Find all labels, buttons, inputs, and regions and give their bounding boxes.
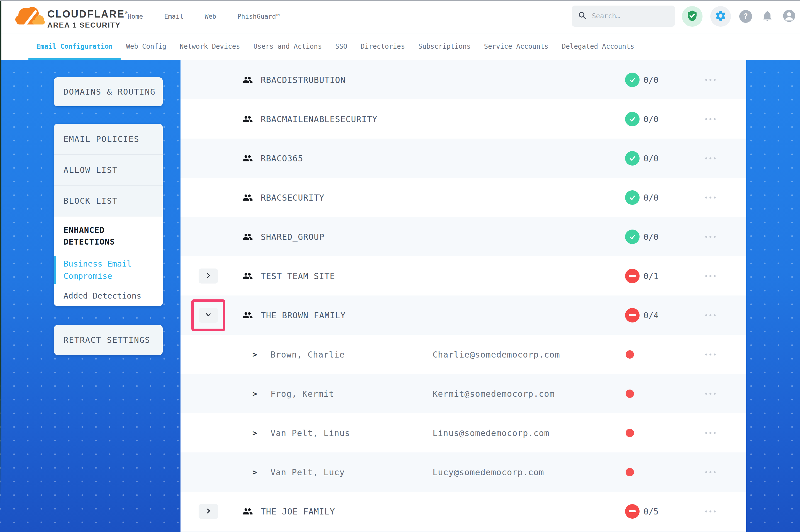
tab-directories[interactable]: Directories <box>361 33 405 60</box>
group-row: RBACSECURITY0/0 <box>181 178 746 217</box>
expand-group-button[interactable] <box>199 504 218 519</box>
row-menu-button[interactable] <box>704 390 717 397</box>
member-chevron-marker: > <box>252 468 257 477</box>
status-badge-pass <box>625 190 639 205</box>
member-email: Kermit@somedemocorp.com <box>433 389 554 398</box>
window-left-edge <box>0 0 1 532</box>
member-count: 0/0 <box>643 114 658 124</box>
group-people-icon <box>242 75 253 85</box>
member-status-dot <box>625 468 634 476</box>
status-badge-pass <box>625 151 639 166</box>
row-menu-button[interactable] <box>704 311 717 319</box>
group-people-icon <box>242 114 253 125</box>
tab-email-configuration[interactable]: Email Configuration <box>36 33 113 60</box>
tab-delegated-accounts[interactable]: Delegated Accounts <box>562 33 634 60</box>
member-status-dot <box>625 429 634 437</box>
row-menu-button[interactable] <box>704 272 717 280</box>
member-status-dot <box>625 350 634 359</box>
nav-item-home[interactable]: Home <box>128 13 143 20</box>
sidebar-item-block-list[interactable]: BLOCK LIST <box>54 186 163 216</box>
row-menu-button[interactable] <box>704 233 717 241</box>
sidebar-item-email-policies[interactable]: EMAIL POLICIES <box>54 124 163 155</box>
nav-item-web[interactable]: Web <box>205 13 216 20</box>
shield-check-icon <box>686 10 698 23</box>
help-button[interactable]: ? <box>739 6 753 27</box>
member-email: Lucy@somedemocorp.com <box>433 467 544 477</box>
nav-item-phishguard[interactable]: PhishGuard™ <box>237 13 280 20</box>
search-input[interactable] <box>592 12 673 20</box>
group-people-icon <box>242 153 253 164</box>
member-name: Van Pelt, Linus <box>271 428 350 438</box>
nav-item-email[interactable]: Email <box>164 13 183 20</box>
sidebar-domains-label: DOMAINS & ROUTING <box>54 87 156 97</box>
annotation-highlight-box <box>192 299 225 331</box>
notifications-button[interactable] <box>761 6 775 27</box>
top-navigation: HomeEmailWebPhishGuard™ <box>128 0 280 33</box>
member-email: Linus@somedemocorp.com <box>433 428 549 438</box>
bec-label: Business Email Compromise <box>63 258 138 282</box>
member-chevron-marker: > <box>252 389 257 398</box>
group-row: RBACDISTRUBUTION0/0 <box>181 60 746 99</box>
group-people-icon <box>242 271 253 281</box>
row-menu-button[interactable] <box>704 154 717 162</box>
member-chevron-marker: > <box>252 350 257 359</box>
tab-subscriptions[interactable]: Subscriptions <box>418 33 471 60</box>
row-menu-button[interactable] <box>704 429 717 437</box>
row-menu-button[interactable] <box>704 194 717 201</box>
row-menu-button[interactable] <box>704 468 717 476</box>
group-name: THE BROWN FAMILY <box>261 310 346 320</box>
settings-button[interactable] <box>710 6 731 27</box>
search-icon <box>578 11 587 21</box>
tab-sso[interactable]: SSO <box>335 33 347 60</box>
tab-users-and-actions[interactable]: Users and Actions <box>254 33 322 60</box>
chevron-right-icon <box>205 508 212 515</box>
group-name: RBACO365 <box>261 153 303 163</box>
sidebar-item-added-detections[interactable]: Added Detections <box>63 291 154 301</box>
brand-text: CLOUDFLARE® AREA 1 SECURITY <box>47 7 128 30</box>
row-menu-button[interactable] <box>704 508 717 515</box>
member-count: 0/0 <box>643 192 658 202</box>
account-button[interactable] <box>782 6 796 27</box>
sidebar-item-retract-settings[interactable]: RETRACT SETTINGS <box>54 325 163 355</box>
search-box[interactable] <box>572 5 675 27</box>
member-count: 0/5 <box>643 507 658 516</box>
sidebar-item-business-email-compromise[interactable]: Business Email Compromise <box>54 256 154 284</box>
member-row: >Brown, CharlieCharlie@somedemocorp.com <box>181 335 746 374</box>
group-name: TEST TEAM SITE <box>261 271 335 281</box>
row-menu-button[interactable] <box>704 350 717 358</box>
member-count: 0/4 <box>643 310 658 320</box>
member-count: 0/0 <box>643 75 658 84</box>
status-badge-pass <box>625 230 639 244</box>
expand-group-button[interactable] <box>199 268 218 284</box>
top-header: CLOUDFLARE® AREA 1 SECURITY HomeEmailWeb… <box>0 0 800 33</box>
group-row: RBACMAILENABLESECURITY0/0 <box>181 99 746 138</box>
member-count: 0/1 <box>643 271 658 281</box>
tab-network-devices[interactable]: Network Devices <box>180 33 240 60</box>
group-row: SHARED_GROUP0/0 <box>181 217 746 256</box>
email-policies-label: EMAIL POLICIES <box>54 134 139 144</box>
security-shield-button[interactable] <box>682 6 703 27</box>
row-menu-button[interactable] <box>704 115 717 123</box>
expander-area <box>199 268 218 284</box>
sidebar-item-domains-routing[interactable]: DOMAINS & ROUTING <box>54 77 163 106</box>
tab-service-accounts[interactable]: Service Accounts <box>484 33 548 60</box>
chevron-right-icon <box>205 272 212 280</box>
row-menu-button[interactable] <box>704 76 717 83</box>
minus-icon <box>629 510 636 512</box>
sidebar-item-allow-list[interactable]: ALLOW LIST <box>54 155 163 186</box>
tab-web-config[interactable]: Web Config <box>126 33 167 60</box>
table-row-spacer <box>181 531 746 532</box>
member-name: Van Pelt, Lucy <box>271 467 345 477</box>
minus-icon <box>629 314 636 316</box>
expander-area <box>199 308 218 323</box>
user-avatar-icon <box>782 8 796 24</box>
brand-name: CLOUDFLARE <box>47 8 125 20</box>
group-name: RBACDISTRUBUTION <box>261 75 346 84</box>
status-badge-blocked <box>625 504 639 519</box>
group-people-icon <box>242 506 253 517</box>
status-badge-blocked <box>625 269 639 283</box>
retract-settings-label: RETRACT SETTINGS <box>54 335 150 345</box>
group-row: RBACO3650/0 <box>181 138 746 178</box>
member-count: 0/0 <box>643 232 658 242</box>
config-tabbar: Email ConfigurationWeb ConfigNetwork Dev… <box>0 33 800 60</box>
